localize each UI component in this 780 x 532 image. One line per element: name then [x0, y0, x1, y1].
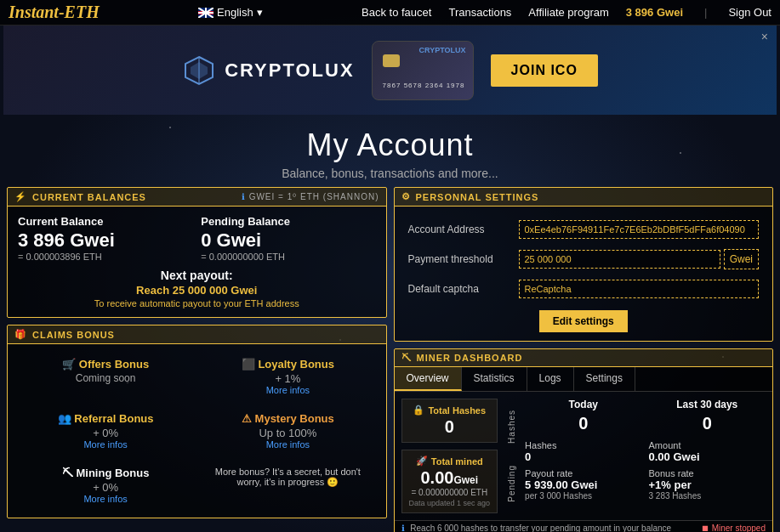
total-hashes-box: 🔒 Total Hashes 0 [401, 399, 498, 443]
captcha-label: Default captcha [405, 274, 515, 303]
miner-panel: ⛏ MINER DASHBOARD Overview Statistics Lo… [394, 348, 774, 532]
total-mined-value: 0.00Gwei [409, 468, 491, 488]
info-icon: ℹ [242, 192, 246, 201]
page-title-section: My Account Balance, bonus, transactions … [0, 115, 780, 187]
edit-settings-button[interactable]: Edit settings [539, 310, 628, 332]
settings-icon: ⚙ [401, 191, 411, 202]
tab-statistics[interactable]: Statistics [462, 367, 527, 391]
payout-rate-sub: per 3 000 Hashes [525, 491, 641, 501]
miner-body: 🔒 Total Hashes 0 🚀 Total mined 0.0 [395, 392, 773, 520]
captcha-input[interactable] [519, 280, 760, 298]
total-mined-eth: = 0.000000000 ETH [409, 488, 491, 497]
payout-section: Next payout: Reach 25 000 000 Gwei To re… [18, 269, 376, 308]
footer-info: ℹ Reach 6 000 hashes to transfer your pe… [401, 524, 672, 532]
cart-icon: 🛒 [62, 358, 79, 371]
miner-left-stats: 🔒 Total Hashes 0 🚀 Total mined 0.0 [401, 399, 498, 513]
payment-threshold-row: Payment threshold Gwei [405, 244, 763, 274]
lightning-icon: ⚡ [14, 191, 27, 202]
secret-bonus-item: More bonus? It's a secret, but don't wor… [200, 461, 375, 509]
mystery-more-link[interactable]: More infos [203, 439, 372, 450]
account-address-input[interactable] [519, 220, 760, 239]
referral-bonus-title: 👥 Referral Bonus [21, 412, 190, 425]
current-balance-eth: = 0.000003896 ETH [18, 252, 192, 262]
miner-icon: ⛏ [401, 353, 412, 363]
affiliate-program-link[interactable]: Affiliate program [528, 6, 608, 19]
current-balance-value: 3 896 Gwei [18, 229, 192, 252]
tab-logs[interactable]: Logs [527, 367, 574, 391]
payout-desc: To receive automatic payout to your ETH … [18, 298, 376, 308]
lang-chevron: ▾ [257, 6, 263, 19]
account-address-label: Account Address [405, 215, 515, 244]
people-icon: 👥 [58, 412, 75, 425]
miner-footer: ℹ Reach 6 000 hashes to transfer your pe… [395, 520, 773, 532]
loyalty-bonus-value: + 1% [203, 372, 372, 385]
mystery-bonus-title: ⚠ Mystery Bonus [203, 412, 372, 425]
hashes-vertical-label: Hashes [507, 410, 516, 444]
payout-reach: Reach 25 000 000 Gwei [18, 284, 376, 297]
hashes-sub-stat: Hashes 0 [525, 440, 641, 463]
warning-icon: ⚠ [242, 412, 255, 425]
star-icon: ⬛ [242, 358, 259, 371]
pending-balance-value: 0 Gwei [201, 229, 375, 252]
mining-bonus-item: ⛏ Mining Bonus + 0% More infos [18, 461, 193, 509]
offers-bonus-value: Coming soon [21, 372, 190, 384]
loyalty-bonus-title: ⬛ Loyalty Bonus [203, 358, 372, 371]
total-mined-box: 🚀 Total mined 0.00Gwei = 0.000000000 ETH… [401, 450, 498, 513]
last30-value: 0 [649, 414, 766, 433]
close-banner-button[interactable]: × [761, 30, 768, 43]
mining-more-link[interactable]: More infos [21, 494, 190, 504]
banner-inner: CRYPTOLUX 7867 5678 2364 1978 CRYPTOLUX … [93, 41, 688, 100]
payment-threshold-input[interactable] [519, 250, 720, 269]
transactions-link[interactable]: Transactions [448, 6, 511, 19]
sign-out-link[interactable]: Sign Out [728, 6, 771, 19]
footer-info-icon: ℹ [401, 524, 405, 532]
miner-right-stats: Today 0 Last 30 days 0 Hashes 0 [525, 399, 766, 513]
account-address-row: Account Address [405, 215, 763, 244]
pending-balance-eth: = 0.000000000 ETH [201, 252, 375, 262]
page-title: My Account [0, 127, 780, 163]
current-balance-label: Current Balance [18, 215, 192, 228]
miner-panel-header: ⛏ MINER DASHBOARD [395, 349, 773, 367]
payment-threshold-label: Payment threshold [405, 244, 515, 274]
stop-icon: ⏹ [701, 524, 709, 532]
amount-value: 0.00 Gwei [649, 450, 766, 463]
amount-stat: Amount 0.00 Gwei [649, 440, 766, 463]
next-payout-label: Next payout: [18, 269, 376, 282]
payout-rate-stat: Payout rate 5 939.00 Gwei per 3 000 Hash… [525, 468, 641, 501]
back-to-faucet-link[interactable]: Back to faucet [362, 6, 431, 19]
bonus-rate-sub: 3 283 Hashes [649, 491, 766, 501]
rocket-icon: 🚀 [416, 456, 428, 467]
lock-icon: 🔒 [413, 405, 424, 416]
settings-body: Account Address Payment threshold Gwei [395, 207, 773, 341]
secret-bonus-text: More bonus? It's a secret, but don't wor… [203, 467, 372, 488]
tab-settings[interactable]: Settings [574, 367, 635, 391]
join-ico-button[interactable]: JOIN ICO [491, 54, 598, 87]
banner: × CRYPTOLUX 7867 5678 2364 1978 CRYPTOLU… [3, 25, 777, 115]
card-image: 7867 5678 2364 1978 CRYPTOLUX [372, 41, 474, 100]
loyalty-more-link[interactable]: More infos [203, 385, 372, 395]
today-stat: Today 0 [525, 399, 641, 433]
balances-panel-header: ⚡ CURRENT BALANCES ℹ GWEI = 1⁰ ETH (SHAN… [8, 188, 386, 207]
mining-bonus-title: ⛏ Mining Bonus [21, 467, 190, 479]
pending-balance-label: Pending Balance [201, 215, 375, 228]
balances-body: Current Balance 3 896 Gwei = 0.000003896… [8, 207, 386, 317]
settings-panel-header: ⚙ PERSONNAL SETTINGS [395, 188, 773, 207]
nav-links: Back to faucet Transactions Affiliate pr… [362, 6, 771, 19]
pick-icon: ⛏ [62, 467, 77, 479]
referral-bonus-item: 👥 Referral Bonus + 0% More infos [18, 407, 193, 455]
vertical-labels: Hashes Pending [503, 399, 520, 513]
miner-tabs: Overview Statistics Logs Settings [395, 367, 773, 392]
claims-panel-header: 🎁 CLAIMS BONUS [8, 325, 386, 344]
nav-balance: 3 896 Gwei [626, 6, 683, 19]
claims-panel: 🎁 CLAIMS BONUS 🛒 Offers Bonus Coming soo… [7, 325, 387, 518]
current-balance-item: Current Balance 3 896 Gwei = 0.000003896… [18, 215, 192, 262]
total-hashes-value: 0 [409, 417, 491, 437]
language-selector[interactable]: English ▾ [198, 6, 263, 19]
logo: Instant-ETH [9, 3, 100, 22]
referral-more-link[interactable]: More infos [21, 439, 190, 450]
pending-balance-item: Pending Balance 0 Gwei = 0.000000000 ETH [201, 215, 375, 262]
page-subtitle: Balance, bonus, transactions and more... [0, 167, 780, 180]
miner-status: ⏹ Miner stopped [701, 524, 766, 532]
mystery-bonus-value: Up to 100% [203, 427, 372, 439]
tab-overview[interactable]: Overview [395, 367, 462, 391]
